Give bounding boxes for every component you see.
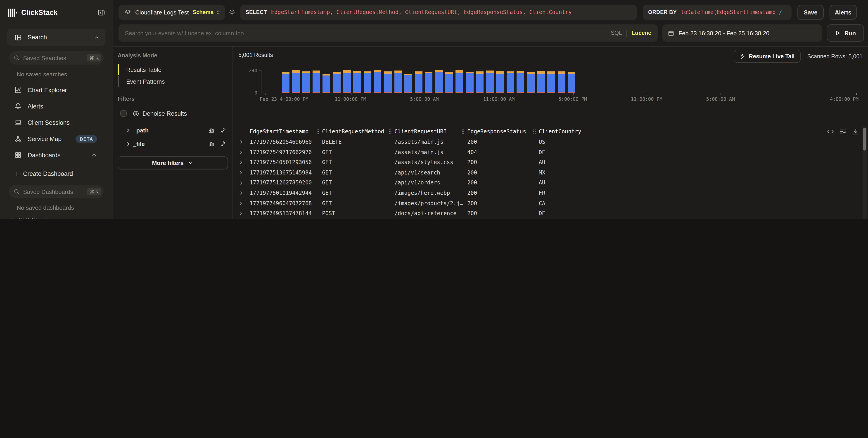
histogram-bar[interactable]	[425, 72, 433, 93]
histogram-bar[interactable]	[445, 72, 453, 93]
filter-field-_file[interactable]: _file	[120, 137, 226, 150]
histogram-bar[interactable]	[313, 70, 320, 93]
saved-searches-input[interactable]: Saved Searches ⌘ K	[9, 51, 103, 65]
mode-sql[interactable]: SQL	[611, 30, 622, 36]
date-range-picker[interactable]: Feb 23 16:38:20 - Feb 25 16:38:20	[662, 25, 822, 42]
schema-link[interactable]: Schema	[193, 9, 214, 15]
histogram-bar[interactable]	[414, 72, 422, 93]
sidebar-item-chart-explorer[interactable]: Chart Explorer	[0, 82, 113, 98]
column-header-EdgeStartTimestamp[interactable]: EdgeStartTimestamp	[250, 128, 322, 135]
row-expander-icon[interactable]	[239, 170, 250, 175]
table-row[interactable]: 1771977562054696960DELETE/assets/main.js…	[233, 137, 862, 147]
column-header-EdgeResponseStatus[interactable]: EdgeResponseStatus	[467, 128, 539, 135]
column-drag-handle-icon[interactable]	[389, 129, 392, 134]
row-expander-icon[interactable]	[239, 180, 250, 185]
field-pin-icon[interactable]	[220, 127, 226, 133]
scrollbar-thumb[interactable]	[863, 128, 866, 150]
column-header-ClientRequestMethod[interactable]: ClientRequestMethod	[322, 128, 395, 135]
chevron-up-icon[interactable]	[94, 34, 100, 40]
histogram-bar[interactable]	[527, 72, 535, 93]
histogram-plot[interactable]	[261, 70, 862, 93]
data-source-select[interactable]: Cloudflare Logs Test Schema	[119, 5, 225, 20]
collapse-sidebar-icon[interactable]	[98, 9, 105, 16]
histogram-bar[interactable]	[384, 72, 392, 93]
sidebar-item-search[interactable]: Search	[7, 29, 105, 46]
table-row[interactable]: 1771977501019442944GET/images/hero.webp2…	[233, 188, 862, 198]
query-settings-gear-icon[interactable]	[228, 9, 236, 16]
histogram-bar[interactable]	[456, 70, 463, 93]
histogram-bar[interactable]	[333, 72, 341, 93]
row-expander-icon[interactable]	[239, 150, 250, 155]
histogram-bar[interactable]	[558, 71, 565, 93]
chevron-up-icon[interactable]	[91, 152, 97, 158]
table-row[interactable]: 1771977513675145984GET/api/v1/search200M…	[233, 168, 862, 178]
denoise-results-option[interactable]: Denoise Results	[120, 109, 232, 118]
histogram-bar[interactable]	[486, 70, 494, 93]
histogram-bar[interactable]	[302, 71, 310, 93]
sidebar-item-service-map[interactable]: Service Map BETA	[0, 131, 113, 147]
alerts-button[interactable]: Alerts	[830, 5, 857, 20]
mode-lucene[interactable]: Lucene	[631, 30, 651, 36]
field-chart-icon[interactable]	[208, 141, 214, 147]
histogram-bar[interactable]	[466, 72, 473, 93]
chart-explorer-icon	[14, 86, 22, 94]
mode-event-patterns[interactable]: Event Patterns	[118, 75, 232, 87]
histogram-bar[interactable]	[323, 74, 331, 93]
select-clause-input[interactable]: SELECT EdgeStartTimestamp, ClientRequest…	[240, 5, 637, 20]
column-header-ClientRequestURI[interactable]: ClientRequestURI	[395, 128, 467, 135]
search-input[interactable]	[124, 29, 611, 37]
sidebar-item-alerts[interactable]: Alerts	[0, 98, 113, 114]
table-row[interactable]: 1771977540501293056GET/assets/styles.css…	[233, 157, 862, 167]
field-chart-icon[interactable]	[208, 127, 214, 133]
resume-live-tail-button[interactable]: Resume Live Tail	[734, 50, 800, 63]
create-dashboard-button[interactable]: + Create Dashboard	[0, 165, 113, 182]
denoise-checkbox[interactable]	[120, 110, 127, 116]
histogram-bar[interactable]	[506, 71, 514, 93]
saved-dashboards-input[interactable]: Saved Dashboards ⌘ K	[9, 185, 103, 198]
row-expander-icon[interactable]	[239, 191, 250, 196]
histogram-bar[interactable]	[476, 71, 484, 93]
histogram-bar[interactable]	[435, 70, 443, 93]
histogram-bar[interactable]	[394, 70, 402, 93]
histogram-bar[interactable]	[292, 70, 300, 93]
table-scrollbar[interactable]	[863, 127, 867, 219]
run-button[interactable]: Run	[827, 25, 864, 42]
column-header-ClientCountry[interactable]: ClientCountry	[539, 128, 850, 135]
table-row[interactable]: 1771977549717662976GET/assets/main.js404…	[233, 147, 862, 157]
save-button[interactable]: Save	[798, 5, 824, 20]
presets-toggle[interactable]: PRESETS	[0, 214, 113, 219]
column-drag-handle-icon[interactable]	[316, 129, 319, 134]
histogram-bar[interactable]	[343, 70, 351, 93]
chevron-right-icon[interactable]	[126, 128, 131, 133]
row-expander-icon[interactable]	[239, 201, 250, 206]
column-drag-handle-icon[interactable]	[533, 129, 536, 134]
row-expander-icon[interactable]	[239, 211, 250, 216]
field-pin-icon[interactable]	[220, 141, 226, 147]
histogram-bar[interactable]	[404, 74, 412, 93]
histogram-bar[interactable]	[282, 72, 289, 93]
histogram-bar[interactable]	[364, 71, 371, 93]
filter-field-_path[interactable]: _path	[120, 124, 226, 137]
histogram-bar[interactable]	[496, 71, 504, 93]
histogram-bar[interactable]	[374, 70, 381, 93]
mode-results-table[interactable]: Results Table	[118, 64, 232, 75]
column-drag-handle-icon[interactable]	[461, 129, 465, 134]
table-row[interactable]: 1771977490563613952GET/api/v1/orders200M…	[233, 219, 862, 219]
histogram-bar[interactable]	[517, 71, 524, 93]
table-row[interactable]: 1771977495137478144POST/docs/api-referen…	[233, 208, 862, 218]
download-icon[interactable]	[852, 128, 859, 135]
event-search-bar[interactable]: SQL Lucene	[119, 25, 658, 42]
more-filters-button[interactable]: More filters	[118, 157, 228, 169]
histogram-bar[interactable]	[353, 71, 361, 93]
sidebar-item-client-sessions[interactable]: Client Sessions	[0, 114, 113, 131]
histogram-bar[interactable]	[537, 71, 545, 93]
table-row[interactable]: 1771977512627859200GET/api/v1/orders200A…	[233, 178, 862, 188]
row-expander-icon[interactable]	[239, 160, 250, 165]
row-expander-icon[interactable]	[239, 140, 250, 144]
histogram-bar[interactable]	[568, 72, 576, 93]
orderby-clause-input[interactable]: ORDER BY toDateTime(EdgeStartTimestamp /	[643, 5, 792, 20]
table-row[interactable]: 1771977496047072768GET/images/products/2…	[233, 198, 862, 208]
chevron-right-icon[interactable]	[126, 141, 131, 146]
sidebar-item-dashboards[interactable]: Dashboards	[0, 147, 113, 163]
histogram-bar[interactable]	[547, 71, 555, 93]
